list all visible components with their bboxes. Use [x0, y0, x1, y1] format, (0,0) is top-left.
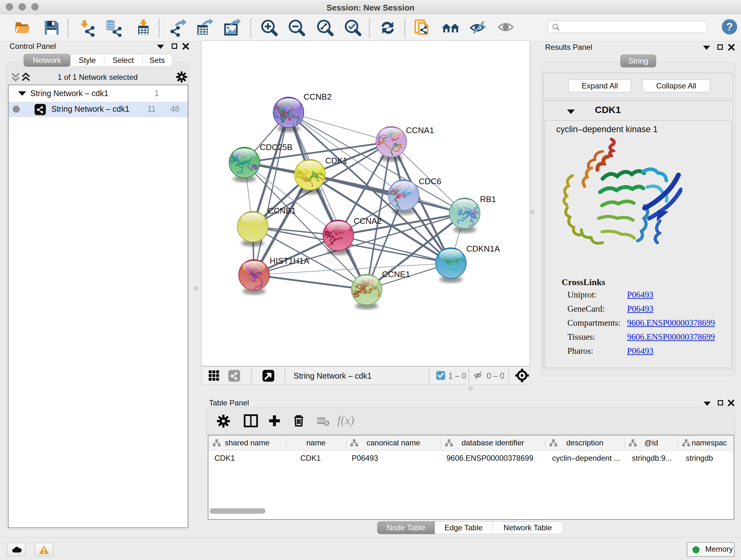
svg-text:CCNB1: CCNB1 [268, 206, 296, 215]
svg-text:CCNE1: CCNE1 [382, 269, 410, 279]
svg-text:CCNA1: CCNA1 [406, 125, 434, 135]
svg-text:CCNA2: CCNA2 [354, 216, 382, 226]
svg-text:CDKN1A: CDKN1A [466, 244, 500, 253]
svg-text:?: ? [726, 20, 733, 33]
svg-text:RB1: RB1 [480, 194, 496, 204]
svg-text:CCNB2: CCNB2 [304, 92, 332, 102]
svg-text:CDC6: CDC6 [419, 177, 441, 186]
svg-text:f(x): f(x) [337, 414, 354, 427]
svg-text:CDK1: CDK1 [325, 156, 347, 165]
svg-text:HIST1H1A: HIST1H1A [270, 256, 310, 266]
svg-text:CDC25B: CDC25B [260, 142, 293, 152]
